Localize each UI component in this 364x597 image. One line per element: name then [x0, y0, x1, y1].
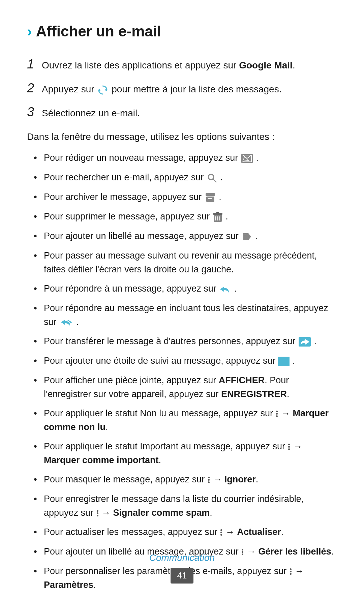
reply-icon [219, 285, 231, 294]
bullet-list: Pour rédiger un nouveau message, appuyez… [34, 151, 337, 592]
svg-line-6 [213, 179, 216, 182]
svg-rect-9 [208, 198, 212, 199]
bullet-reply: Pour répondre à un message, appuyez sur … [34, 281, 337, 296]
svg-rect-7 [206, 193, 215, 196]
label-icon [242, 232, 252, 242]
bullet-attachment: Pour afficher une pièce jointe, appuyez … [34, 373, 337, 401]
bullet-compose: Pour rédiger un nouveau message, appuyez… [34, 151, 337, 165]
menu-icon-2 [288, 444, 290, 450]
bullet-reply-all: Pour répondre au message en incluant tou… [34, 301, 337, 329]
star-icon [278, 357, 290, 366]
bullet-spam: Pour enregistrer le message dans la list… [34, 492, 337, 519]
forward-icon [299, 337, 311, 347]
bullet-label: Pour ajouter un libellé au message, appu… [34, 229, 337, 243]
bullet-refresh: Pour actualiser les messages, appuyez su… [34, 525, 337, 539]
footer-page-number: 41 [171, 568, 194, 584]
svg-marker-0 [105, 88, 107, 91]
section-intro: Dans la fenêtre du message, utilisez les… [27, 130, 337, 144]
search-icon [207, 173, 217, 183]
bullet-star: Pour ajouter une étoile de suivi au mess… [34, 354, 337, 368]
svg-marker-1 [99, 89, 101, 92]
step-3: 3 Sélectionnez un e-mail. [27, 102, 337, 122]
steps-list: 1 Ouvrez la liste des applications et ap… [27, 55, 337, 122]
chevron-icon: › [27, 20, 32, 42]
menu-icon-1 [276, 411, 278, 417]
archive-icon [205, 192, 216, 203]
bullet-ignore: Pour masquer le message, appuyez sur → I… [34, 472, 337, 486]
bullet-mark-unread: Pour appliquer le statut Non lu au messa… [34, 406, 337, 434]
page-title: › Afficher un e-mail [27, 20, 337, 42]
page-footer: Communication 41 [0, 551, 364, 584]
bullet-delete: Pour supprimer le message, appuyez sur . [34, 209, 337, 223]
bullet-forward: Pour transférer le message à d'autres pe… [34, 334, 337, 348]
bullet-archive: Pour archiver le message, appuyez sur . [34, 190, 337, 204]
bullet-swipe: Pour passer au message suivant ou reveni… [34, 248, 337, 276]
bullet-search: Pour rechercher un e-mail, appuyez sur . [34, 170, 337, 184]
menu-icon-4 [97, 510, 98, 516]
reply-all-icon [60, 318, 73, 327]
compose-icon [241, 154, 253, 163]
step-1: 1 Ouvrez la liste des applications et ap… [27, 55, 337, 74]
menu-icon-5 [220, 529, 222, 536]
delete-icon [213, 212, 222, 222]
menu-icon-3 [208, 477, 210, 483]
footer-category: Communication [0, 551, 364, 565]
svg-rect-12 [216, 212, 219, 213]
refresh-icon [97, 85, 108, 95]
step-2: 2 Appuyez sur pour mettre à jour la list… [27, 79, 337, 98]
bullet-mark-important: Pour appliquer le statut Important au me… [34, 439, 337, 467]
